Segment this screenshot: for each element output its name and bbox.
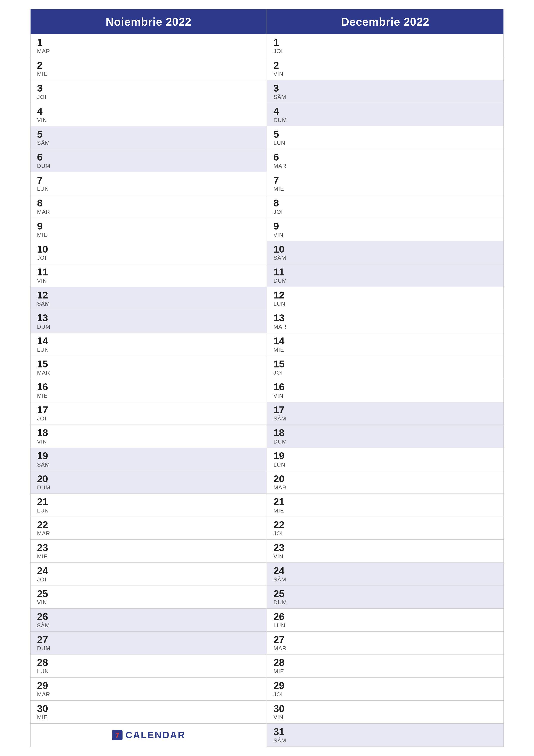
dec-day-31-row: 31SÂM bbox=[267, 724, 503, 747]
day-name: VIN bbox=[273, 232, 497, 238]
day-number: 13 bbox=[273, 312, 497, 323]
day-number: 19 bbox=[37, 450, 260, 461]
day-number: 14 bbox=[37, 336, 260, 346]
day-name: JOI bbox=[273, 691, 497, 698]
dec-day-9: 9VIN bbox=[267, 218, 503, 241]
nov-day-2: 2MIE bbox=[31, 57, 267, 80]
day-number: 21 bbox=[37, 496, 260, 507]
day-name: SÂM bbox=[273, 94, 497, 100]
day-name: JOI bbox=[37, 94, 260, 100]
day-name: LUN bbox=[273, 622, 497, 629]
calendar-wrapper: Noiembrie 2022 Decembrie 2022 1MAR2MIE3J… bbox=[30, 9, 504, 747]
day-number: 7 bbox=[37, 175, 260, 186]
svg-text:7: 7 bbox=[115, 731, 119, 739]
day-name: DUM bbox=[273, 117, 497, 123]
day-name: SÂM bbox=[273, 255, 497, 261]
december-header: Decembrie 2022 bbox=[267, 9, 503, 34]
nov-day-15: 15MAR bbox=[31, 356, 267, 379]
day-name: SÂM bbox=[37, 461, 260, 468]
day-name: VIN bbox=[37, 117, 260, 123]
dec-day-4: 4DUM bbox=[267, 103, 503, 126]
day-name: MIE bbox=[37, 71, 260, 77]
day-number: 30 bbox=[37, 703, 260, 714]
december-column: 1JOI2VIN3SÂM4DUM5LUN6MAR7MIE8JOI9VIN10SÂ… bbox=[267, 34, 503, 723]
day-number: 26 bbox=[37, 611, 260, 622]
day-number: 8 bbox=[273, 198, 497, 209]
footer-logo-cell: 7 CALENDAR bbox=[31, 724, 267, 747]
day-number: 17 bbox=[37, 405, 260, 416]
day-name: MAR bbox=[273, 645, 497, 652]
day-number: 17 bbox=[273, 405, 497, 416]
day-number: 1 bbox=[273, 37, 497, 48]
day-name: VIN bbox=[273, 71, 497, 77]
day-name: DUM bbox=[273, 438, 497, 445]
day-name: JOI bbox=[273, 530, 497, 537]
day-number: 15 bbox=[273, 359, 497, 369]
nov-day-4: 4VIN bbox=[31, 103, 267, 126]
day-name: MAR bbox=[37, 209, 260, 215]
day-name: VIN bbox=[37, 599, 260, 606]
nov-day-18: 18VIN bbox=[31, 425, 267, 448]
nov-day-9: 9MIE bbox=[31, 218, 267, 241]
day-number: 27 bbox=[37, 634, 260, 645]
day-number: 12 bbox=[273, 290, 497, 301]
dec-day-21: 21MIE bbox=[267, 494, 503, 517]
day-name: SÂM bbox=[37, 300, 260, 307]
day-number: 3 bbox=[37, 83, 260, 94]
calendar-logo-icon: 7 bbox=[112, 729, 123, 741]
day-number: 8 bbox=[37, 198, 260, 209]
logo-text: CALENDAR bbox=[126, 730, 186, 741]
day-name: MIE bbox=[37, 232, 260, 238]
nov-day-11: 11VIN bbox=[31, 264, 267, 287]
nov-day-25: 25VIN bbox=[31, 586, 267, 609]
day-number: 6 bbox=[37, 152, 260, 163]
day-name: VIN bbox=[273, 714, 497, 721]
november-title: Noiembrie 2022 bbox=[106, 15, 191, 28]
day-number: 28 bbox=[37, 657, 260, 668]
day-number: 23 bbox=[273, 542, 497, 553]
day-name: MIE bbox=[37, 553, 260, 560]
day-number: 19 bbox=[273, 450, 497, 461]
nov-day-17: 17JOI bbox=[31, 402, 267, 425]
day-number: 2 bbox=[273, 60, 497, 71]
days-grid: 1MAR2MIE3JOI4VIN5SÂM6DUM7LUN8MAR9MIE10JO… bbox=[31, 34, 503, 723]
day-name: VIN bbox=[273, 392, 497, 399]
day-name: JOI bbox=[273, 209, 497, 215]
day-name: JOI bbox=[37, 255, 260, 261]
nov-day-19: 19SÂM bbox=[31, 448, 267, 471]
day-name: MAR bbox=[273, 323, 497, 330]
nov-day-20: 20DUM bbox=[31, 471, 267, 494]
dec-day-5: 5LUN bbox=[267, 126, 503, 149]
day-name: VIN bbox=[37, 278, 260, 284]
day-name: SÂM bbox=[37, 140, 260, 146]
day-name: DUM bbox=[37, 645, 260, 652]
day-name: MAR bbox=[37, 48, 260, 55]
nov-day-21: 21LUN bbox=[31, 494, 267, 517]
day-number: 23 bbox=[37, 542, 260, 553]
day-name: SÂM bbox=[37, 622, 260, 629]
day-number: 16 bbox=[37, 381, 260, 392]
dec-day-3: 3SÂM bbox=[267, 80, 503, 103]
day-number: 22 bbox=[273, 519, 497, 530]
dec-day-18: 18DUM bbox=[267, 425, 503, 448]
day-name: LUN bbox=[37, 346, 260, 353]
day-number: 27 bbox=[273, 634, 497, 645]
day-number: 5 bbox=[37, 129, 260, 140]
day-name: MIE bbox=[273, 186, 497, 192]
day-name: SÂM bbox=[273, 576, 497, 583]
day-number: 1 bbox=[37, 37, 260, 48]
day-number: 29 bbox=[37, 680, 260, 691]
nov-day-27: 27DUM bbox=[31, 632, 267, 655]
nov-day-6: 6DUM bbox=[31, 149, 267, 172]
day-name: DUM bbox=[37, 163, 260, 169]
nov-day-7: 7LUN bbox=[31, 172, 267, 195]
day-name: MAR bbox=[273, 163, 497, 169]
day-name: LUN bbox=[37, 668, 260, 675]
day-number: 2 bbox=[37, 60, 260, 71]
day-number: 6 bbox=[273, 152, 497, 163]
day-name: LUN bbox=[37, 507, 260, 514]
day-number: 10 bbox=[37, 244, 260, 255]
nov-day-12: 12SÂM bbox=[31, 287, 267, 310]
day-number: 5 bbox=[273, 129, 497, 140]
day-number: 15 bbox=[37, 359, 260, 369]
